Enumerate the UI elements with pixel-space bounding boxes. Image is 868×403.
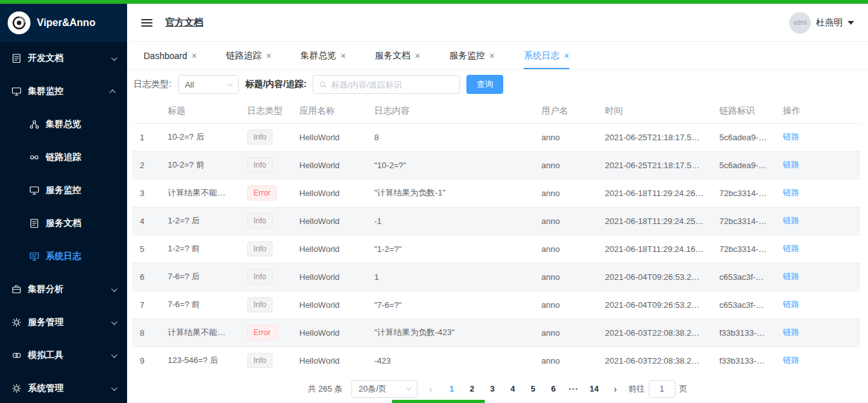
time-cell: 2021-06-03T22:08:38.244933 [597, 319, 712, 347]
search-box [313, 75, 460, 94]
trace-link[interactable]: 链路 [783, 132, 799, 142]
goto-suffix: 页 [679, 383, 688, 395]
logo: Viper&Anno [0, 4, 127, 42]
user-menu[interactable]: admi 杜燕明 [789, 12, 854, 34]
page-button-1[interactable]: 1 [444, 380, 460, 398]
row-index-cell: 3 [132, 179, 160, 207]
trace-link[interactable]: 链路 [783, 272, 799, 281]
trace-link[interactable]: 链路 [783, 244, 799, 253]
page-button-3[interactable]: 3 [484, 380, 501, 398]
time-cell: 2021-06-04T09:26:53.291388 [597, 263, 712, 291]
log-type-tag: Info [247, 269, 273, 284]
time-cell: 2021-06-18T11:29:24.258778 [597, 207, 712, 235]
page-size-select[interactable]: 20条/页 [351, 380, 417, 398]
tab-系统日志[interactable]: 系统日志× [524, 42, 569, 69]
close-icon[interactable]: × [564, 51, 569, 60]
sidebar-item-service-monitor[interactable]: 服务监控 [0, 174, 127, 207]
close-icon[interactable]: × [415, 51, 420, 60]
goto-page-input[interactable] [649, 380, 675, 398]
title-cell: 123-546=? 后 [160, 347, 240, 374]
log-icon [29, 251, 39, 261]
chevron-down-icon [111, 352, 118, 358]
tab-服务监控[interactable]: 服务监控× [449, 42, 494, 69]
row-index-cell: 4 [132, 207, 160, 235]
sidebar-item-system-log[interactable]: 系统日志 [0, 240, 127, 273]
page-button-5[interactable]: 5 [525, 380, 541, 398]
row-index-cell: 1 [132, 123, 160, 151]
user-cell: anno [534, 235, 597, 263]
goto-label: 前往 [628, 383, 645, 395]
sidebar-item-label: 服务文档 [46, 218, 81, 229]
close-icon[interactable]: × [192, 51, 197, 60]
log-type-select[interactable]: All [178, 75, 239, 94]
query-button[interactable]: 查询 [466, 75, 503, 94]
page-button-4[interactable]: 4 [505, 380, 521, 398]
close-icon[interactable]: × [489, 51, 494, 60]
time-cell: 2021-06-25T21:18:17.536712 [597, 151, 712, 179]
sidebar-item-label: 集群分析 [28, 284, 64, 295]
sidebar-item-trace[interactable]: 链路追踪 [0, 141, 127, 174]
trace-link[interactable]: 链路 [783, 327, 799, 337]
trace-link[interactable]: 链路 [783, 160, 799, 169]
pagination-bar: 共 265 条 20条/页 ‹ 123456···14 › 前往 页 [127, 374, 868, 403]
operation-cell: 链路 [775, 207, 860, 235]
page-button-14[interactable]: 14 [586, 380, 602, 398]
log-type-tag: Info [247, 157, 273, 173]
sidebar-item-cluster-analysis[interactable]: 集群分析 [0, 273, 127, 306]
close-icon[interactable]: × [266, 51, 271, 60]
tab-服务文档[interactable]: 服务文档× [375, 42, 420, 69]
operation-cell: 链路 [775, 319, 860, 347]
sidebar-item-cluster-monitor[interactable]: 集群监控 [0, 75, 127, 108]
title-cell: 计算结果不能为... [160, 179, 240, 207]
sidebar-item-dev-docs[interactable]: 开发文档 [0, 42, 127, 75]
filter-bar: 日志类型: All 标题/内容/追踪: 查询 [127, 70, 868, 99]
log-type-tag: Error [247, 325, 277, 340]
trace-link[interactable]: 链路 [783, 355, 799, 365]
close-icon[interactable]: × [341, 51, 346, 60]
tab-label: 系统日志 [524, 50, 559, 62]
gear-icon [11, 317, 22, 327]
user-name: 杜燕明 [816, 17, 843, 29]
log-type-tag: Info [247, 297, 273, 312]
tab-集群总览[interactable]: 集群总览× [301, 42, 346, 69]
user-cell: anno [534, 207, 597, 235]
next-page-button[interactable]: › [611, 384, 620, 394]
tab-label: Dashboard [144, 51, 187, 61]
menu-toggle-icon[interactable] [141, 19, 153, 27]
chevron-down-icon [111, 286, 118, 292]
app-name-cell: HelloWorld [292, 319, 367, 347]
log-type-label: 日志类型: [133, 79, 172, 90]
sidebar-item-cluster-overview[interactable]: 集群总览 [0, 108, 127, 141]
sidebar-item-service-docs[interactable]: 服务文档 [0, 207, 127, 240]
chevron-up-icon [109, 89, 116, 95]
tab-链路追踪[interactable]: 链路追踪× [226, 42, 271, 69]
log-type-cell: Info [240, 151, 292, 179]
sidebar-item-system-mgmt[interactable]: 系统管理 [0, 372, 127, 403]
page-button-2[interactable]: 2 [464, 380, 480, 398]
official-doc-link[interactable]: 官方文档 [165, 17, 203, 29]
prev-page-button[interactable]: ‹ [426, 384, 435, 394]
trace-id-cell: c653ac3f-12... [712, 263, 775, 291]
trace-link[interactable]: 链路 [783, 300, 799, 309]
table-row: 67-6=? 后InfoHelloWorld1anno2021-06-04T09… [132, 263, 860, 291]
table-row: 210-2=? 前InfoHelloWorld"10-2=?"anno2021-… [132, 151, 860, 179]
operation-cell: 链路 [775, 291, 860, 319]
tab-Dashboard[interactable]: Dashboard× [144, 42, 197, 69]
operation-cell: 链路 [775, 263, 860, 291]
log-type-tag: Info [247, 241, 273, 256]
log-type-cell: Info [240, 235, 292, 263]
sidebar-item-service-mgmt[interactable]: 服务管理 [0, 306, 127, 339]
column-header: 链路标识 [712, 99, 775, 123]
log-content-cell: 8 [367, 123, 534, 151]
operation-cell: 链路 [775, 235, 860, 263]
trace-link[interactable]: 链路 [783, 188, 799, 197]
column-header: 日志内容 [367, 99, 534, 123]
log-table: 标题日志类型应用名称日志内容用户名时间链路标识操作 110-2=? 后InfoH… [132, 99, 860, 374]
document-icon [29, 218, 39, 228]
table-row: 77-6=? 前InfoHelloWorld"7-6=?"anno2021-06… [132, 291, 860, 319]
top-header: 官方文档 admi 杜燕明 [127, 4, 868, 42]
trace-link[interactable]: 链路 [783, 216, 799, 225]
search-input[interactable] [331, 80, 454, 89]
sidebar-item-sim-tools[interactable]: 模拟工具 [0, 339, 127, 372]
page-button-6[interactable]: 6 [545, 380, 562, 398]
